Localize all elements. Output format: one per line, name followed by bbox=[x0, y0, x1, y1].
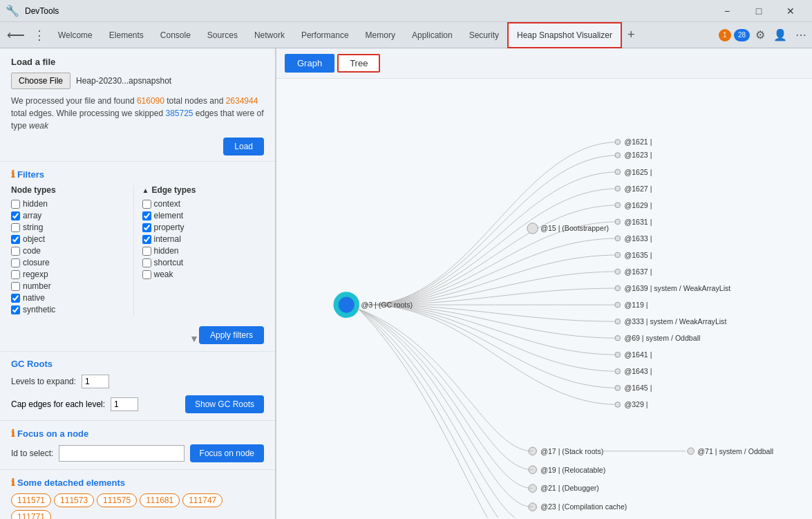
show-gc-roots-button[interactable]: Show GC Roots bbox=[185, 395, 264, 413]
id-label: Id to select: bbox=[11, 449, 53, 458]
detached-pill-111573[interactable]: 111573 bbox=[54, 493, 94, 507]
label-329: @329 | bbox=[624, 400, 648, 408]
detached-pill-111771[interactable]: 111771 bbox=[11, 510, 51, 519]
tab-memory[interactable]: Memory bbox=[357, 22, 404, 48]
node-1627[interactable] bbox=[615, 186, 621, 191]
tab-sources[interactable]: Sources bbox=[199, 22, 246, 48]
file-row: Choose File Heap-20230...apsnapshot bbox=[11, 73, 264, 89]
checkbox-code[interactable] bbox=[11, 247, 20, 256]
node-1639[interactable] bbox=[615, 285, 621, 291]
more-button[interactable]: ⋯ bbox=[793, 26, 809, 44]
node-119[interactable] bbox=[615, 302, 621, 308]
checkbox-element[interactable] bbox=[142, 211, 151, 220]
detached-section: ℹ Some detached elements 111571 111573 1… bbox=[0, 470, 275, 519]
close-button[interactable]: ✕ bbox=[775, 0, 806, 22]
checkbox-synthetic[interactable] bbox=[11, 305, 20, 314]
graph-tab-tree[interactable]: Tree bbox=[337, 54, 380, 73]
nav-back-button[interactable]: ⟵ bbox=[3, 22, 29, 48]
checkbox-closure[interactable] bbox=[11, 258, 20, 267]
edge-type-weak: weak bbox=[142, 270, 265, 279]
label-1631: @1631 | bbox=[624, 218, 652, 226]
filters-bottom: ▼ Apply filters bbox=[11, 319, 264, 344]
settings-button[interactable]: ⚙ bbox=[753, 26, 768, 44]
checkbox-string[interactable] bbox=[11, 223, 20, 232]
checkbox-internal[interactable] bbox=[142, 235, 151, 244]
load-button[interactable]: Load bbox=[223, 138, 264, 155]
tab-welcome[interactable]: Welcome bbox=[50, 22, 101, 48]
gc-root-inner bbox=[339, 297, 355, 313]
nav-more-button[interactable]: ⋮ bbox=[29, 22, 50, 48]
tab-console[interactable]: Console bbox=[152, 22, 199, 48]
focus-id-input[interactable] bbox=[59, 445, 184, 462]
label-1629: @1629 | bbox=[624, 201, 652, 209]
graph-tab-graph[interactable]: Graph bbox=[285, 54, 334, 73]
tab-security[interactable]: Security bbox=[461, 22, 507, 48]
checkbox-native[interactable] bbox=[11, 294, 20, 303]
graph-svg: @15 | (Bootstrapper) @17 | (Stack roots)… bbox=[276, 79, 812, 518]
tab-elements[interactable]: Elements bbox=[101, 22, 152, 48]
bootstrapper-node[interactable] bbox=[527, 223, 538, 234]
checkbox-hidden[interactable] bbox=[11, 200, 20, 209]
node-1641[interactable] bbox=[615, 352, 621, 357]
checkbox-hidden-edge[interactable] bbox=[142, 247, 151, 256]
share-button[interactable]: 👤 bbox=[771, 26, 790, 44]
apply-filters-button[interactable]: Apply filters bbox=[199, 326, 264, 344]
cap-input[interactable] bbox=[111, 397, 138, 411]
detached-pill-111747[interactable]: 111747 bbox=[182, 493, 223, 507]
label-1625: @1625 | bbox=[624, 168, 652, 176]
node-1621[interactable] bbox=[615, 140, 621, 145]
choose-file-button[interactable]: Choose File bbox=[11, 73, 70, 89]
label-1623: @1623 | bbox=[624, 151, 652, 159]
node-333[interactable] bbox=[615, 319, 621, 324]
node-69[interactable] bbox=[615, 335, 621, 341]
scroll-down-arrow[interactable]: ▼ bbox=[189, 333, 199, 344]
focus-on-node-button[interactable]: Focus on node bbox=[190, 444, 264, 462]
detached-pill-111575[interactable]: 111575 bbox=[97, 493, 137, 507]
detached-pill-111681[interactable]: 111681 bbox=[140, 493, 180, 507]
node-1637[interactable] bbox=[615, 269, 621, 274]
node-type-native: native bbox=[11, 293, 133, 303]
maximize-button[interactable]: □ bbox=[743, 0, 775, 22]
detached-info-icon: ℹ bbox=[11, 477, 15, 488]
label-333: @333 | system / WeakArrayList bbox=[624, 317, 726, 325]
label-1645: @1645 | bbox=[624, 384, 652, 392]
tab-heap-snapshot-visualizer[interactable]: Heap Snapshot Visualizer bbox=[507, 22, 622, 48]
checkbox-weak[interactable] bbox=[142, 270, 151, 279]
node-type-regexp: regexp bbox=[11, 270, 133, 279]
checkbox-number[interactable] bbox=[11, 282, 20, 291]
main-layout: Load a file Choose File Heap-20230...aps… bbox=[0, 48, 812, 519]
tab-performance[interactable]: Performance bbox=[293, 22, 357, 48]
checkbox-regexp[interactable] bbox=[11, 270, 20, 279]
node-1623[interactable] bbox=[615, 153, 621, 158]
file-section-title: Load a file bbox=[11, 57, 264, 67]
checkbox-array[interactable] bbox=[11, 211, 20, 220]
edge-types-column: ▲ Edge types context element property bbox=[133, 185, 265, 317]
detached-pill-111571[interactable]: 111571 bbox=[11, 493, 51, 507]
tab-application[interactable]: Application bbox=[404, 22, 461, 48]
node-1629[interactable] bbox=[615, 202, 621, 208]
label-1635: @1635 | bbox=[624, 251, 652, 259]
node-1645[interactable] bbox=[615, 386, 621, 391]
node-1635[interactable] bbox=[615, 252, 621, 258]
node-1633[interactable] bbox=[615, 236, 621, 241]
node-type-closure: closure bbox=[11, 258, 133, 267]
checkbox-property[interactable] bbox=[142, 223, 151, 232]
label-1637: @1637 | bbox=[624, 267, 652, 276]
checkbox-context[interactable] bbox=[142, 200, 151, 209]
node-329[interactable] bbox=[615, 402, 621, 408]
node-1643[interactable] bbox=[615, 368, 621, 374]
node-71[interactable] bbox=[688, 448, 695, 455]
graph-area[interactable]: @15 | (Bootstrapper) @17 | (Stack roots)… bbox=[276, 79, 812, 518]
checkbox-shortcut[interactable] bbox=[142, 258, 151, 267]
minimize-button[interactable]: − bbox=[711, 0, 743, 22]
levels-input[interactable] bbox=[82, 375, 109, 388]
focus-row: Id to select: Focus on node bbox=[11, 444, 264, 462]
node-1625[interactable] bbox=[615, 169, 621, 175]
edge-type-internal: internal bbox=[142, 234, 265, 244]
checkbox-object[interactable] bbox=[11, 235, 20, 244]
label-1633: @1633 | bbox=[624, 234, 652, 243]
tab-network[interactable]: Network bbox=[246, 22, 293, 48]
node-1631[interactable] bbox=[615, 219, 621, 225]
add-tab-button[interactable]: + bbox=[622, 22, 641, 48]
compilation-label: @23 | (Compilation cache) bbox=[540, 502, 627, 511]
